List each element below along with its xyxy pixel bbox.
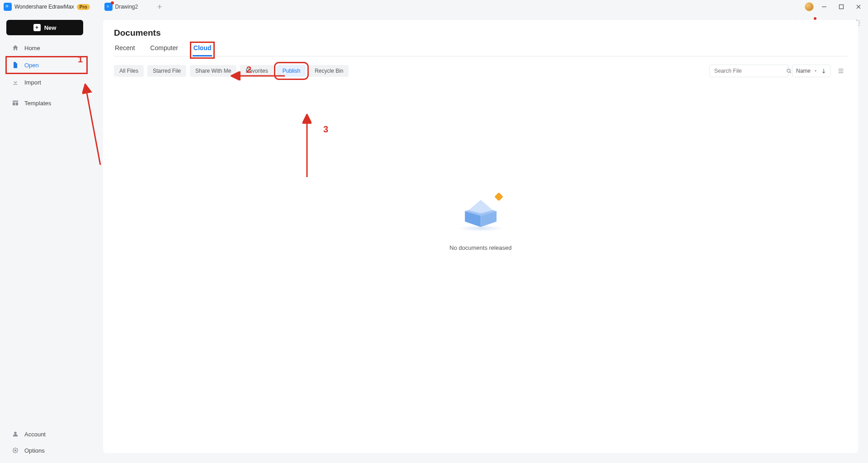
empty-box-icon (456, 195, 505, 236)
tab-label: Computer (150, 44, 178, 51)
pro-badge: Pro (77, 4, 90, 10)
search-box[interactable] (709, 65, 788, 77)
app-tab-title: Wondershare EdrawMax (14, 4, 74, 10)
empty-state: No documents released (449, 195, 511, 251)
tab-cloud[interactable]: Cloud (193, 44, 212, 56)
window-controls (805, 0, 865, 14)
account-icon (12, 430, 19, 438)
filter-favorites[interactable]: Favorites (240, 65, 273, 77)
svg-text:⊃: ⊃ (5, 4, 9, 8)
import-icon (12, 79, 19, 86)
filter-publish[interactable]: Publish (277, 65, 306, 77)
sidebar-item-account[interactable]: Account (6, 426, 87, 442)
tab-label: Cloud (193, 44, 212, 51)
svg-rect-2 (840, 5, 844, 9)
sidebar-item-label: Home (24, 45, 40, 51)
chevron-down-icon (813, 69, 818, 73)
sidebar-item-label: Options (24, 447, 45, 454)
window-close-button[interactable] (852, 0, 865, 14)
sidebar-item-label: Account (24, 431, 46, 438)
options-icon (12, 447, 19, 454)
tab-computer[interactable]: Computer (149, 44, 179, 56)
tab-label: Recent (115, 44, 135, 51)
location-tabs: Recent Computer Cloud (114, 44, 847, 56)
sidebar-item-import[interactable]: Import (6, 74, 87, 90)
sidebar-item-label: Open (24, 62, 39, 69)
document-tab-label: Drawing2 (115, 4, 138, 10)
document-logo-icon: ⊃ (104, 3, 113, 11)
filter-all-files[interactable]: All Files (114, 65, 144, 77)
tab-recent[interactable]: Recent (114, 44, 136, 56)
new-button[interactable]: + New (6, 20, 83, 35)
sidebar-item-label: Import (24, 79, 41, 86)
user-avatar[interactable] (805, 2, 814, 11)
window-maximize-button[interactable] (835, 0, 848, 14)
home-icon (12, 44, 19, 51)
view-toggle-button[interactable] (835, 65, 847, 77)
search-icon (786, 68, 792, 74)
sidebar-item-home[interactable]: Home (6, 40, 87, 56)
sort-label: Name (796, 68, 811, 74)
sidebar-item-templates[interactable]: Templates (6, 95, 87, 111)
sort-dropdown[interactable]: Name (792, 65, 831, 77)
sidebar-item-label: Templates (24, 100, 51, 107)
empty-state-text: No documents released (449, 244, 511, 251)
new-tab-button[interactable] (153, 0, 166, 13)
content-area: Documents Recent Computer Cloud All File… (93, 14, 868, 463)
new-button-label: New (44, 24, 57, 31)
svg-text:⊃: ⊃ (106, 5, 108, 8)
plus-icon: + (33, 24, 41, 31)
filter-recycle-bin[interactable]: Recycle Bin (309, 65, 349, 77)
window-minimize-button[interactable] (817, 0, 831, 14)
sidebar-bottom: Account Options (4, 426, 90, 458)
sidebar: + New Home Open Import (0, 14, 93, 463)
sort-direction-icon[interactable] (821, 68, 827, 74)
page-title: Documents (114, 28, 847, 38)
templates-icon (12, 99, 19, 107)
app-logo-icon: ⊃ (4, 3, 12, 11)
documents-panel: Documents Recent Computer Cloud All File… (103, 20, 858, 453)
app-body: + New Home Open Import (0, 14, 868, 463)
filter-shared[interactable]: Share With Me (190, 65, 236, 77)
titlebar: ⊃ Wondershare EdrawMax Pro ⊃ Drawing2 (0, 0, 868, 14)
search-input[interactable] (713, 67, 783, 75)
svg-point-17 (787, 69, 790, 72)
file-icon (12, 61, 19, 69)
document-tab[interactable]: ⊃ Drawing2 (100, 0, 143, 14)
app-tab[interactable]: ⊃ Wondershare EdrawMax Pro (0, 0, 94, 14)
filter-starred[interactable]: Starred File (147, 65, 186, 77)
cloud-filter-row: All Files Starred File Share With Me Fav… (114, 65, 847, 77)
sidebar-nav: Home Open Import Templates (4, 40, 90, 111)
sidebar-item-options[interactable]: Options (6, 442, 87, 458)
svg-point-15 (14, 432, 16, 434)
sidebar-item-open[interactable]: Open (6, 57, 87, 73)
